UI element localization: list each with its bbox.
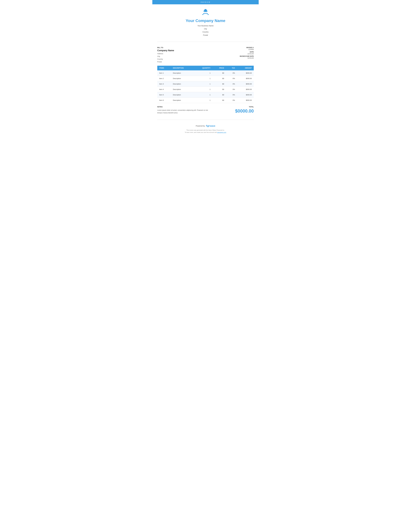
item-tax: 0% [226,92,237,98]
table-row: Item 1 Description 1 $0 0% $000.00 [157,70,254,76]
item-tax: 0% [226,70,237,76]
table-header-row: ITEMS DESCRIPTION QUANTITY PRICE TAX AMO… [157,66,254,70]
item-price: $0 [212,76,226,81]
item-quantity: 1 [194,98,212,103]
company-logo-icon [155,8,256,17]
table-row: Item 3 Description 1 $0 0% $000.00 [157,81,254,87]
item-price: $0 [212,98,226,103]
item-name: Item 2 [157,76,171,81]
item-quantity: 1 [194,81,212,87]
item-tax: 0% [226,76,237,81]
company-country: Country [155,30,256,34]
billing-section: BILL TO: Company Name Address City Count… [152,44,259,66]
wave-logo: wave [206,125,215,127]
company-header: Your Company Name Your Business Name Cit… [152,4,259,39]
notes-section: NOTES: Lorem ipsum dolor sit amet, conse… [157,106,210,114]
item-name: Item 6 [157,98,171,103]
item-quantity: 1 [194,70,212,76]
table-row: Item 5 Description 1 $0 0% $000.00 [157,92,254,98]
footer-divider [157,120,254,120]
svg-point-6 [202,14,203,15]
svg-point-9 [208,14,209,15]
item-quantity: 1 [194,92,212,98]
company-business-name: Your Business Name [155,24,256,27]
footer-line2: To learn more, and create your own free … [157,131,254,133]
client-country: Country [157,58,240,60]
total-section: TOTAL $0000.00 [235,106,254,114]
footer-link[interactable]: waveapps.com [217,132,226,133]
invoice-date-label: DATE [240,51,254,53]
total-amount: $0000.00 [235,108,254,114]
item-description: Description [171,87,194,92]
item-amount: $000.00 [237,87,254,92]
invoice-due-date-label: INVOICE DUE DATE [240,55,254,57]
company-name: Your Company Name [155,19,256,23]
col-header-items: ITEMS [157,66,171,70]
wave-brand-name: wave [210,125,215,127]
item-tax: 0% [226,87,237,92]
item-description: Description [171,81,194,87]
invoice-number-label: INVOICE # [240,47,254,48]
invoice-date-value: 12/31/20 [240,53,254,55]
col-header-amount: AMOUNT [237,66,254,70]
item-description: Description [171,70,194,76]
client-address: Address [157,52,240,55]
item-name: Item 3 [157,81,171,87]
table-row: Item 4 Description 1 $0 0% $000.00 [157,87,254,92]
item-name: Item 5 [157,92,171,98]
client-postal: Postal [157,60,240,63]
svg-point-8 [207,13,208,14]
company-details: Your Business Name City Country Postal [155,24,256,37]
client-city: City [157,55,240,58]
item-description: Description [171,98,194,103]
item-amount: $000.00 [237,76,254,81]
item-price: $0 [212,70,226,76]
items-table: ITEMS DESCRIPTION QUANTITY PRICE TAX AMO… [157,66,254,103]
client-name: Company Name [157,49,240,52]
svg-point-5 [203,13,204,14]
invoice-info-section: INVOICE # 123456 DATE 12/31/20 INVOICE D… [240,47,254,60]
item-tax: 0% [226,98,237,103]
company-city: City [155,27,256,30]
footer: Powered by wave This invoice was generat… [152,122,259,137]
svg-point-3 [205,9,206,11]
item-quantity: 1 [194,76,212,81]
col-header-quantity: QUANTITY [194,66,212,70]
invoice-due-date-value: 12/31/20 [240,57,254,59]
footer-text: This invoice was generated with the help… [157,129,254,133]
item-amount: $000.00 [237,81,254,87]
item-tax: 0% [226,81,237,87]
item-name: Item 4 [157,87,171,92]
col-header-description: DESCRIPTION [171,66,194,70]
invoice-header-bar: INVOICE [152,0,259,4]
bill-to-label: BILL TO: [157,47,240,48]
bill-to-section: BILL TO: Company Name Address City Count… [157,47,240,63]
item-amount: $000.00 [237,92,254,98]
item-price: $0 [212,87,226,92]
company-postal: Postal [155,34,256,37]
item-price: $0 [212,92,226,98]
col-header-tax: TAX [226,66,237,70]
header-divider [157,42,254,42]
item-quantity: 1 [194,87,212,92]
powered-by-text: Powered by [196,125,205,127]
invoice-number-value: 123456 [240,48,254,50]
item-price: $0 [212,81,226,87]
client-details: Address City Country Postal [157,52,240,63]
notes-text: Lorem ipsum dolor sit amet, consectetur … [157,109,210,114]
total-label: TOTAL [235,106,254,108]
invoice-title: INVOICE [200,1,210,3]
item-name: Item 1 [157,70,171,76]
item-amount: $000.00 [237,70,254,76]
notes-label: NOTES: [157,106,210,108]
notes-total-section: NOTES: Lorem ipsum dolor sit amet, conse… [152,103,259,117]
wave-logo-icon [206,125,209,127]
col-header-price: PRICE [212,66,226,70]
footer-line1: This invoice was generated with the help… [157,129,254,131]
table-row: Item 6 Description 1 $0 0% $000.00 [157,98,254,103]
item-amount: $000.00 [237,98,254,103]
table-row: Item 2 Description 1 $0 0% $000.00 [157,76,254,81]
item-description: Description [171,92,194,98]
items-table-wrapper: ITEMS DESCRIPTION QUANTITY PRICE TAX AMO… [152,66,259,103]
item-description: Description [171,76,194,81]
